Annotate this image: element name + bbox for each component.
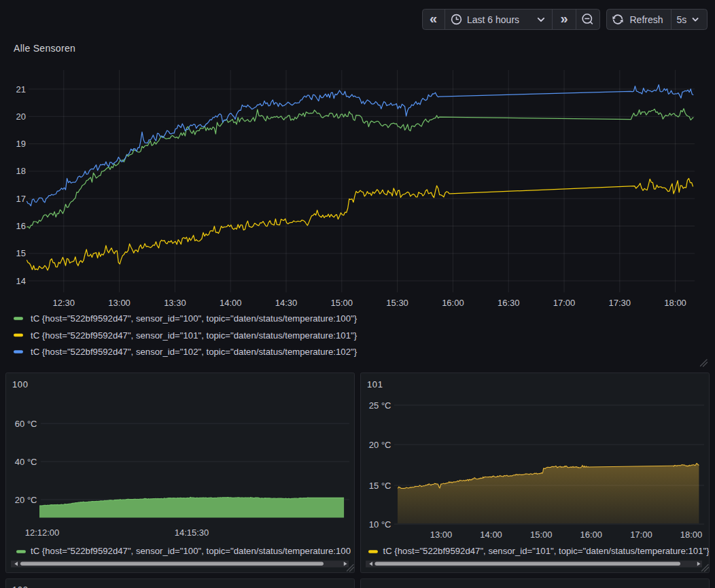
svg-text:17:00: 17:00 [630,530,652,540]
svg-text:17: 17 [16,194,26,204]
svg-text:17:30: 17:30 [609,298,631,308]
svg-text:18: 18 [16,166,26,176]
svg-text:15 °C: 15 °C [369,481,391,491]
svg-text:40 °C: 40 °C [15,457,37,467]
svg-text:100: 100 [12,379,29,390]
svg-text:«: « [430,11,437,26]
svg-text:14:00: 14:00 [480,530,502,540]
svg-text:60 °C: 60 °C [15,419,37,429]
svg-text:13:00: 13:00 [430,530,453,540]
svg-text:14:00: 14:00 [220,298,242,308]
svg-text:20 °C: 20 °C [15,495,37,505]
svg-text:tC {host="522bf9592d47", senso: tC {host="522bf9592d47", sensor_id="102"… [31,347,358,357]
svg-text:15:00: 15:00 [530,530,553,540]
svg-text:14:30: 14:30 [275,298,298,308]
svg-text:20: 20 [16,111,26,122]
svg-text:tC {host="522bf9592d47", senso: tC {host="522bf9592d47", sensor_id="101"… [383,546,710,556]
svg-text:18:00: 18:00 [664,298,686,308]
svg-text:17:00: 17:00 [553,298,576,308]
svg-text:14: 14 [16,276,26,286]
svg-text:19: 19 [16,139,26,149]
svg-text:Alle Sensoren: Alle Sensoren [14,43,75,54]
svg-text:tC {host="522bf9592d47", senso: tC {host="522bf9592d47", sensor_id="101"… [31,330,358,341]
svg-text:10 °C: 10 °C [369,519,391,530]
svg-text:15:30: 15:30 [386,298,408,308]
svg-text:18:00: 18:00 [680,530,703,540]
svg-text:16: 16 [16,221,26,231]
svg-text:21: 21 [16,84,26,94]
svg-text:16:00: 16:00 [580,530,603,540]
svg-text:15: 15 [16,248,26,258]
svg-text:13:30: 13:30 [164,298,186,308]
svg-text:101: 101 [367,379,383,390]
svg-text:15:00: 15:00 [331,298,353,308]
svg-text:Last 6 hours: Last 6 hours [467,14,519,25]
svg-text:5s: 5s [677,14,687,25]
svg-text:tC {host="522bf9592d47", senso: tC {host="522bf9592d47", sensor_id="100"… [31,546,358,556]
svg-text:»: » [560,11,568,26]
svg-text:12:30: 12:30 [53,298,75,308]
svg-text:25 °C: 25 °C [369,400,391,411]
svg-text:20 °C: 20 °C [369,440,391,450]
svg-text:102: 102 [12,585,29,588]
svg-text:tC {host="522bf9592d47", senso: tC {host="522bf9592d47", sensor_id="100"… [31,313,358,324]
svg-text:16:00: 16:00 [442,298,464,308]
svg-text:12:12:00: 12:12:00 [25,528,60,538]
svg-text:14:15:30: 14:15:30 [175,528,209,538]
svg-text:16:30: 16:30 [498,298,520,308]
svg-text:Refresh: Refresh [630,14,663,25]
svg-text:13:00: 13:00 [108,298,130,308]
